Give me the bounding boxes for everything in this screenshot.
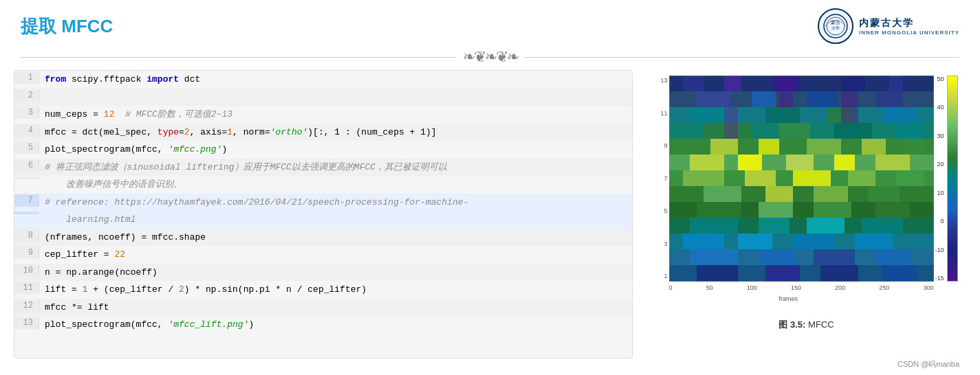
header: 提取 MFCC 蒙古 大学 内蒙古大学 INNER MONGOLIA UNIVE…	[0, 0, 980, 48]
svg-rect-35	[786, 155, 814, 170]
colorscale-labels: 50 40 30 20 10 0 -10 -15	[935, 76, 944, 282]
svg-rect-24	[834, 123, 872, 139]
logo-text: 内蒙古大学 INNER MONGOLIA UNIVERSITY	[859, 17, 959, 36]
line-content-3: num_ceps = 12 # MFCC阶数，可选值2~13	[39, 106, 632, 123]
x-axis-title: frames	[779, 295, 798, 302]
line-content-13: plot_spectrogram(mfcc, 'mfcc_lift.png')	[39, 317, 632, 333]
svg-rect-34	[738, 155, 762, 170]
code-line-4: 4 mfcc = dct(mel_spec, type=2, axis=1, n…	[14, 124, 632, 141]
svg-rect-15	[875, 91, 903, 107]
footer-text: CSDN @码manba	[897, 360, 959, 368]
code-block: 1 from scipy.fftpack import dct 2 3 num_…	[14, 70, 633, 359]
line-content-6: # 将正弦同态滤波（sinusoidal liftering）应用于MFCC以去…	[39, 159, 632, 176]
svg-rect-12	[697, 91, 731, 107]
code-line-9: 9 cep_lifter = 22	[14, 246, 632, 264]
line-content-7b: learning.html	[39, 212, 632, 228]
line-num-6: 6	[14, 159, 39, 172]
line-num-6b	[14, 177, 39, 179]
y-label-1: 1	[655, 273, 668, 280]
svg-rect-76	[724, 107, 738, 139]
line-num-1: 1	[14, 71, 39, 84]
line-content-10: n = np.arange(ncoeff)	[39, 264, 632, 281]
divider-line-left	[21, 57, 456, 58]
scale-label-40: 40	[935, 104, 944, 111]
svg-rect-60	[683, 234, 724, 249]
line-num-3: 3	[14, 106, 39, 119]
footer: CSDN @码manba	[897, 359, 959, 370]
scale-label-30: 30	[935, 133, 944, 139]
svg-rect-29	[807, 139, 841, 155]
svg-rect-52	[814, 202, 851, 218]
code-line-8: 8 (nframes, ncoeff) = mfcc.shape	[14, 229, 632, 247]
code-line-12: 12 mfcc *= lift	[14, 299, 632, 317]
logo-emblem: 蒙古 大学	[818, 8, 853, 44]
svg-rect-66	[759, 249, 796, 265]
svg-rect-6	[683, 76, 704, 91]
main-content: 1 from scipy.fftpack import dct 2 3 num_…	[0, 70, 980, 359]
y-label-3: 3	[655, 240, 668, 247]
svg-rect-51	[759, 202, 793, 218]
svg-rect-23	[779, 123, 810, 139]
svg-rect-28	[759, 139, 779, 155]
code-line-6: 6 # 将正弦同态滤波（sinusoidal liftering）应用于MFCC…	[14, 159, 632, 177]
svg-rect-71	[765, 265, 800, 282]
x-label-0: 0	[669, 284, 673, 291]
svg-rect-75	[841, 91, 858, 123]
svg-rect-63	[855, 234, 893, 249]
code-line-13: 13 plot_spectrogram(mfcc, 'mfcc_lift.png…	[14, 316, 632, 334]
figure-caption: 图 3.5: MFCC	[778, 319, 834, 331]
divider: ❧❦❧❦❧	[0, 48, 980, 66]
svg-rect-68	[875, 249, 910, 265]
line-num-9: 9	[14, 247, 39, 259]
x-label-250: 250	[879, 284, 889, 291]
line-content-7: # reference: https://haythamfayek.com/20…	[39, 194, 632, 211]
svg-rect-61	[738, 234, 772, 249]
fig-num: 图 3.5:	[778, 319, 805, 330]
code-line-5: 5 plot_spectrogram(mfcc, 'mfcc.png')	[14, 141, 632, 159]
svg-rect-25	[896, 123, 924, 139]
page-container: 提取 MFCC 蒙古 大学 内蒙古大学 INNER MONGOLIA UNIVE…	[0, 0, 980, 375]
code-line-7: 7 # reference: https://haythamfayek.com/…	[14, 194, 632, 212]
y-label-9: 9	[655, 142, 668, 149]
svg-rect-74	[779, 76, 793, 107]
logo-area: 蒙古 大学 内蒙古大学 INNER MONGOLIA UNIVERSITY	[818, 8, 959, 44]
fig-label: MFCC	[808, 319, 834, 330]
svg-rect-50	[697, 202, 741, 218]
svg-rect-65	[690, 249, 738, 265]
colorscale-bar	[947, 76, 958, 282]
svg-rect-55	[690, 218, 738, 234]
page-title: 提取 MFCC	[21, 14, 113, 38]
code-line-1: 1 from scipy.fftpack import dct	[14, 71, 632, 89]
heatmap-svg	[669, 76, 934, 282]
divider-line-right	[525, 57, 960, 58]
svg-rect-37	[875, 155, 910, 170]
scale-label-50: 50	[935, 76, 944, 82]
code-line-6b: 改善噪声信号中的语音识别。	[14, 176, 632, 194]
x-label-100: 100	[747, 284, 757, 291]
svg-rect-14	[807, 91, 838, 107]
svg-rect-9	[841, 76, 865, 91]
svg-rect-62	[793, 234, 834, 249]
code-line-3: 3 num_ceps = 12 # MFCC阶数，可选值2~13	[14, 106, 632, 124]
logo-cn-name: 内蒙古大学	[859, 17, 959, 30]
line-num-4: 4	[14, 124, 39, 137]
svg-rect-70	[697, 265, 738, 282]
line-num-7b	[14, 212, 39, 214]
y-axis-labels: 13 11 9 7 5 3 1	[655, 77, 668, 280]
y-label-13: 13	[655, 77, 668, 84]
x-axis-labels: 0 50 100 150 200 250 300	[669, 284, 934, 291]
line-num-10: 10	[14, 264, 39, 277]
svg-rect-57	[807, 218, 845, 234]
scale-label-10: 10	[935, 190, 944, 196]
svg-rect-58	[862, 218, 903, 234]
svg-rect-27	[710, 139, 738, 155]
svg-rect-36	[834, 155, 855, 170]
svg-rect-10	[889, 76, 903, 91]
line-content-2	[39, 89, 632, 106]
line-content-1: from scipy.fftpack import dct	[39, 71, 632, 88]
line-num-13: 13	[14, 317, 39, 329]
code-line-2: 2	[14, 89, 632, 106]
code-line-11: 11 lift = 1 + (cep_lifter / 2) * np.sin(…	[14, 281, 632, 299]
svg-rect-33	[690, 155, 724, 170]
y-label-11: 11	[655, 110, 668, 117]
